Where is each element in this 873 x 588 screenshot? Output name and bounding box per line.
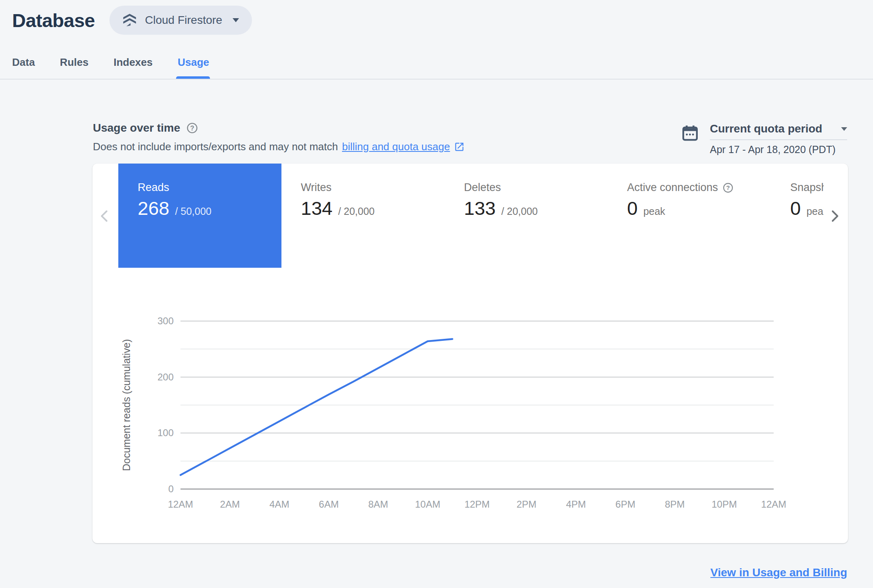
metric-value: 268 xyxy=(138,197,169,219)
metric-value: 134 xyxy=(301,197,332,219)
tab-usage[interactable]: Usage xyxy=(178,56,209,80)
metric-suffix: / 50,000 xyxy=(175,206,211,217)
svg-text:300: 300 xyxy=(157,315,174,326)
metric-tile-snapshot-listeners[interactable]: Snapshot listeners 0 peak xyxy=(771,164,824,268)
carousel-next-button[interactable] xyxy=(827,208,843,224)
svg-text:?: ? xyxy=(726,184,730,191)
metric-label: Snapshot listeners xyxy=(790,181,824,194)
metric-value: 133 xyxy=(464,197,495,219)
tab-data[interactable]: Data xyxy=(12,56,35,80)
metric-tile-deletes[interactable]: Deletes 133 / 20,000 xyxy=(445,164,608,268)
svg-text:4PM: 4PM xyxy=(566,499,586,510)
metric-label: Writes xyxy=(301,181,332,194)
firestore-icon xyxy=(122,13,137,27)
page-title: Database xyxy=(12,9,95,32)
svg-text:12AM: 12AM xyxy=(168,499,193,510)
metric-label: Active connections xyxy=(627,181,718,194)
metric-value: 0 xyxy=(627,197,638,219)
tabs-divider xyxy=(0,79,873,80)
usage-section-header: Usage over time ? Does not include impor… xyxy=(93,122,465,153)
caret-down-icon xyxy=(233,18,239,22)
chevron-left-icon xyxy=(97,208,113,224)
usage-description: Does not include imports/exports and may… xyxy=(93,141,465,153)
product-selector[interactable]: Cloud Firestore xyxy=(109,6,252,35)
quota-period-selector[interactable]: Current quota period Apr 17 - Apr 18, 20… xyxy=(681,122,847,155)
svg-text:10AM: 10AM xyxy=(415,499,441,510)
svg-text:8AM: 8AM xyxy=(368,499,388,510)
metric-suffix: / 20,000 xyxy=(338,206,374,217)
metric-value: 0 xyxy=(790,197,801,219)
svg-text:Document reads (cumulative): Document reads (cumulative) xyxy=(121,339,132,471)
metric-tile-reads[interactable]: Reads 268 / 50,000 xyxy=(118,164,281,268)
tab-indexes[interactable]: Indexes xyxy=(113,56,153,80)
quota-period-label: Current quota period xyxy=(710,122,822,135)
metric-label: Reads xyxy=(138,181,169,194)
calendar-icon xyxy=(681,124,699,155)
help-icon[interactable]: ? xyxy=(187,122,198,134)
page-header: Database Cloud Firestore xyxy=(12,6,252,35)
svg-text:0: 0 xyxy=(168,483,174,494)
usage-description-text: Does not include imports/exports and may… xyxy=(93,141,338,153)
svg-text:2PM: 2PM xyxy=(516,499,536,510)
view-usage-billing-link[interactable]: View in Usage and Billing xyxy=(710,566,847,579)
metric-suffix: peak xyxy=(806,206,824,217)
metric-tile-writes[interactable]: Writes 134 / 20,000 xyxy=(281,164,445,268)
metric-suffix: peak xyxy=(643,206,665,217)
chevron-right-icon xyxy=(827,208,843,224)
svg-text:100: 100 xyxy=(157,427,174,438)
external-link-icon xyxy=(454,141,465,152)
svg-text:12PM: 12PM xyxy=(464,499,490,510)
tab-rules[interactable]: Rules xyxy=(60,56,88,80)
metric-tiles: Reads 268 / 50,000 Writes 134 / 20,000 D… xyxy=(118,164,824,268)
svg-text:?: ? xyxy=(190,124,194,132)
billing-quota-link[interactable]: billing and quota usage xyxy=(342,141,450,153)
svg-text:10PM: 10PM xyxy=(711,499,737,510)
caret-down-icon xyxy=(841,127,847,131)
svg-text:200: 200 xyxy=(157,372,174,382)
svg-text:12AM: 12AM xyxy=(761,499,787,510)
firestore-usage-page: Database Cloud Firestore Data Rules Inde… xyxy=(0,0,873,588)
quota-period-value: Apr 17 - Apr 18, 2020 (PDT) xyxy=(710,144,847,155)
metric-tile-active-connections[interactable]: Active connections ? 0 peak xyxy=(608,164,771,268)
usage-heading: Usage over time xyxy=(93,122,180,134)
svg-text:6AM: 6AM xyxy=(319,499,339,510)
metric-suffix: / 20,000 xyxy=(501,206,537,217)
usage-card: 010020030012AM2AM4AM6AM8AM10AM12PM2PM4PM… xyxy=(92,164,848,543)
metric-label: Deletes xyxy=(464,181,501,194)
svg-text:4AM: 4AM xyxy=(269,499,289,510)
help-icon[interactable]: ? xyxy=(723,183,733,193)
tab-bar: Data Rules Indexes Usage xyxy=(12,56,209,80)
svg-text:6PM: 6PM xyxy=(615,499,635,510)
carousel-previous-button[interactable] xyxy=(97,208,113,224)
svg-text:2AM: 2AM xyxy=(220,499,240,510)
svg-text:8PM: 8PM xyxy=(665,499,684,510)
product-selector-label: Cloud Firestore xyxy=(145,14,222,27)
